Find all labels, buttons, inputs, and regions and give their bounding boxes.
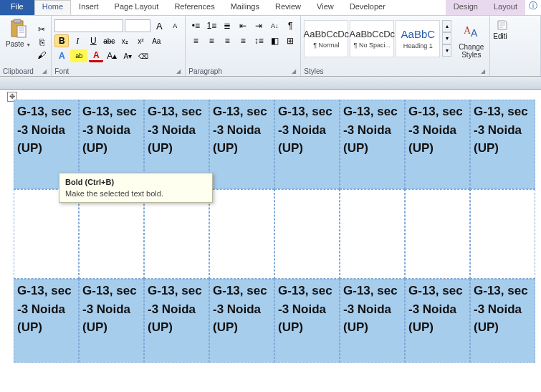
font-name-input[interactable]	[54, 19, 123, 32]
borders-button[interactable]: ⊞	[283, 34, 297, 47]
styles-gallery-scroll: ▴ ▾ ▾	[442, 20, 451, 67]
font-size-input[interactable]	[125, 19, 150, 32]
chevron-down-icon: ▼	[26, 42, 31, 47]
editing-label: Editi	[493, 32, 537, 40]
grow-font-2-button[interactable]: A▴	[105, 49, 119, 62]
underline-button[interactable]: U	[86, 34, 100, 47]
style-heading1[interactable]: AaBbC Heading 1	[396, 20, 440, 57]
grow-font-button[interactable]: A	[152, 19, 166, 32]
style-preview: AaBbCcDc	[304, 29, 350, 39]
tab-developer[interactable]: Developer	[342, 0, 393, 15]
tab-home[interactable]: Home	[34, 0, 71, 15]
table-cell[interactable]: G-13, sec -3 Noida (UP)	[274, 100, 340, 189]
change-styles-label: Change Styles	[459, 43, 484, 59]
table-cell[interactable]: G-13, sec -3 Noida (UP)	[209, 279, 274, 363]
styles-launcher[interactable]: ◢	[479, 68, 487, 75]
table-cell[interactable]: G-13, sec -3 Noida (UP)	[209, 100, 274, 189]
dedent-button[interactable]: ⇤	[236, 19, 250, 32]
text-effects-button[interactable]: A	[54, 49, 69, 62]
labels-table: G-13, sec -3 Noida (UP)G-13, sec -3 Noid…	[14, 100, 541, 363]
table-cell[interactable]	[340, 189, 405, 279]
group-font: A A B I U abc x₂ x² Aa A ab A A▴ A▾ ⌫ Fo…	[52, 16, 186, 76]
highlight-button[interactable]: ab	[70, 49, 87, 62]
shrink-font-button[interactable]: A	[168, 19, 182, 32]
change-styles-icon: AA	[461, 21, 482, 42]
numbering-button[interactable]: 1≡	[204, 19, 219, 32]
change-case-button[interactable]: Aa	[149, 34, 163, 47]
font-launcher[interactable]: ◢	[175, 68, 182, 75]
cut-button[interactable]: ✂	[35, 24, 48, 35]
bold-button[interactable]: B	[54, 34, 69, 47]
paste-button[interactable]: Paste ▼	[3, 17, 34, 67]
document-area[interactable]: ✥ G-13, sec -3 Noida (UP)G-13, sec -3 No…	[0, 90, 541, 392]
find-button[interactable]	[493, 19, 512, 31]
help-icon[interactable]: ⓘ	[525, 0, 541, 15]
tooltip-title: Bold (Ctrl+B)	[65, 178, 206, 186]
indent-button[interactable]: ⇥	[252, 19, 266, 32]
tab-view[interactable]: View	[309, 0, 342, 15]
format-painter-button[interactable]: 🖌	[35, 49, 48, 61]
table-cell[interactable]	[470, 189, 535, 279]
table-cell[interactable]: G-13, sec -3 Noida (UP)	[14, 279, 79, 363]
styles-label: Styles	[304, 67, 323, 75]
clipboard-launcher[interactable]: ◢	[41, 68, 48, 75]
change-styles-button[interactable]: AA Change Styles	[456, 20, 487, 67]
shrink-font-2-button[interactable]: A▾	[120, 49, 135, 62]
align-left-button[interactable]: ≡	[188, 34, 203, 47]
line-spacing-button[interactable]: ↕≡	[252, 34, 266, 47]
tab-file[interactable]: File	[0, 0, 34, 15]
ribbon-tabs: File Home Insert Page Layout References …	[0, 0, 541, 16]
bullets-button[interactable]: •≡	[188, 19, 203, 32]
tab-insert[interactable]: Insert	[71, 0, 107, 15]
align-right-button[interactable]: ≡	[220, 34, 234, 47]
superscript-button[interactable]: x²	[133, 34, 148, 47]
tab-design[interactable]: Design	[446, 0, 486, 15]
tab-layout[interactable]: Layout	[486, 0, 525, 15]
tab-review[interactable]: Review	[267, 0, 309, 15]
svg-rect-2	[17, 26, 26, 37]
paragraph-launcher[interactable]: ◢	[290, 68, 297, 75]
clear-formatting-button[interactable]: ⌫	[136, 49, 150, 62]
table-cell[interactable]: G-13, sec -3 Noida (UP)	[274, 279, 340, 363]
style-no-spacing[interactable]: AaBbCcDc ¶ No Spaci...	[350, 20, 394, 57]
ruler[interactable]	[0, 77, 541, 90]
tab-references[interactable]: References	[166, 0, 222, 15]
table-cell[interactable]: G-13, sec -3 Noida (UP)	[340, 279, 405, 363]
style-name: Heading 1	[403, 42, 433, 49]
group-styles: AaBbCcDc ¶ Normal AaBbCcDc ¶ No Spaci...…	[301, 16, 490, 76]
strike-button[interactable]: abc	[102, 34, 116, 47]
show-marks-button[interactable]: ¶	[283, 19, 297, 32]
tab-mailings[interactable]: Mailings	[223, 0, 267, 15]
styles-gallery-more[interactable]: ▾	[442, 44, 451, 57]
table-cell[interactable]: G-13, sec -3 Noida (UP)	[79, 279, 144, 363]
copy-button[interactable]: ⎘	[35, 37, 48, 48]
font-color-button[interactable]: A	[89, 50, 103, 62]
group-paragraph: •≡ 1≡ ≣ ⇤ ⇥ A↓ ¶ ≡ ≡ ≡ ≡ ↕≡ ◧ ⊞ Paragrap…	[186, 16, 301, 76]
styles-scroll-up[interactable]: ▴	[442, 20, 451, 32]
align-center-button[interactable]: ≡	[204, 34, 219, 47]
clipboard-label: Clipboard	[3, 67, 34, 75]
bold-tooltip: Bold (Ctrl+B) Make the selected text bol…	[59, 173, 213, 203]
sort-button[interactable]: A↓	[267, 19, 282, 32]
svg-text:A: A	[471, 27, 478, 39]
style-name: ¶ Normal	[313, 42, 339, 49]
table-cell[interactable]: G-13, sec -3 Noida (UP)	[470, 279, 535, 363]
styles-scroll-down[interactable]: ▾	[442, 32, 451, 44]
tooltip-body: Make the selected text bold.	[65, 189, 206, 198]
table-cell[interactable]	[405, 189, 470, 279]
shading-button[interactable]: ◧	[267, 34, 282, 47]
tab-page-layout[interactable]: Page Layout	[107, 0, 167, 15]
table-cell[interactable]: G-13, sec -3 Noida (UP)	[405, 100, 470, 189]
justify-button[interactable]: ≡	[236, 34, 250, 47]
table-cell[interactable]	[274, 189, 340, 279]
table-cell[interactable]: G-13, sec -3 Noida (UP)	[144, 279, 209, 363]
table-cell[interactable]: G-13, sec -3 Noida (UP)	[405, 279, 470, 363]
multilevel-button[interactable]: ≣	[220, 19, 234, 32]
table-cell[interactable]: G-13, sec -3 Noida (UP)	[470, 100, 535, 189]
subscript-button[interactable]: x₂	[118, 34, 132, 47]
italic-button[interactable]: I	[70, 34, 85, 47]
style-normal[interactable]: AaBbCcDc ¶ Normal	[304, 20, 348, 57]
table-cell[interactable]	[209, 189, 274, 279]
font-label: Font	[54, 67, 69, 75]
table-cell[interactable]: G-13, sec -3 Noida (UP)	[340, 100, 405, 189]
